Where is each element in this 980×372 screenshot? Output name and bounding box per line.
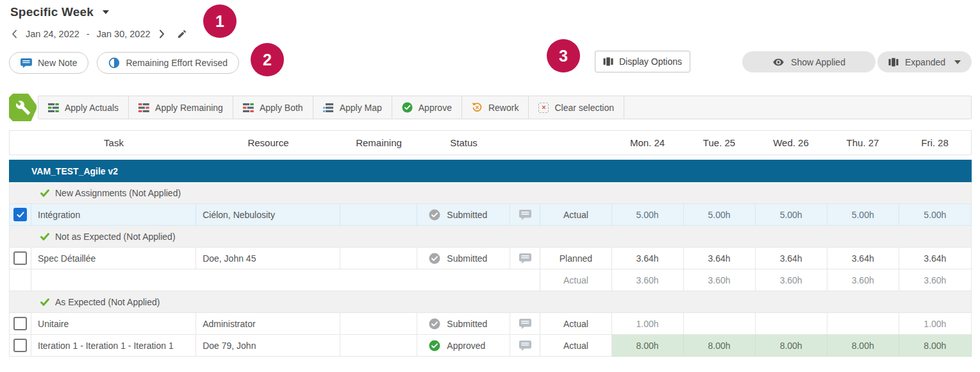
- checkbox-cell: [10, 335, 31, 357]
- actions-tool-badge: [9, 94, 37, 121]
- check-icon: [17, 212, 24, 218]
- row-checkbox[interactable]: [13, 339, 27, 352]
- note-button[interactable]: [510, 313, 540, 335]
- expanded-label: Expanded: [905, 57, 945, 67]
- clear-selection-icon: ×: [538, 103, 549, 113]
- remaining-effort-revised-button[interactable]: Remaining Effort Revised: [97, 52, 238, 74]
- annotation-badge-2: 2: [251, 43, 284, 76]
- approve-label: Approve: [419, 103, 452, 113]
- column-header-day: Wed. 26: [755, 131, 827, 155]
- apply-both-button[interactable]: Apply Both: [233, 96, 313, 119]
- column-header-status: Status: [417, 131, 510, 155]
- hours-cell: 3.60h: [827, 269, 899, 291]
- half-circle-icon: [108, 57, 120, 69]
- remaining-value: [340, 335, 417, 357]
- previous-week-button[interactable]: [10, 28, 19, 40]
- hours-cell: 5.00h: [755, 204, 827, 226]
- section-label: Not as Expected (Not Applied): [55, 232, 176, 242]
- hours-cell: 5.00h: [827, 204, 899, 226]
- date-range-start: Jan 24, 2022: [26, 29, 79, 39]
- columns-icon: [888, 58, 899, 67]
- wrench-icon: [15, 100, 31, 115]
- entry-type: Actual: [540, 313, 611, 335]
- columns-icon: [603, 57, 613, 66]
- table-row: Iteration 1 - Iteration 1 - Iteration 1 …: [10, 335, 972, 357]
- hours-cell: 3.64h: [827, 248, 899, 269]
- note-icon: [21, 58, 32, 68]
- note-icon: [519, 253, 531, 264]
- column-header-day: Tue. 25: [683, 131, 755, 155]
- table-row: Intégration Ciélon, Nebulosity Submitted…: [10, 204, 972, 226]
- note-actions: New Note Remaining Effort Revised: [9, 52, 239, 74]
- section-label: As Expected (Not Applied): [55, 297, 160, 307]
- hours-cell: 3.60h: [899, 269, 971, 291]
- table-row: Actual 3.60h 3.60h 3.60h 3.60h 3.60h: [10, 269, 972, 291]
- hours-cell: 3.64h: [683, 248, 755, 269]
- rework-button[interactable]: Rework: [462, 96, 529, 119]
- approve-check-icon: [402, 102, 413, 113]
- hours-cell: 5.00h: [611, 204, 683, 226]
- hours-cell: 8.00h: [827, 335, 899, 357]
- display-options-label: Display Options: [619, 56, 682, 67]
- approve-button[interactable]: Approve: [392, 96, 462, 119]
- project-name: VAM_TEST_Agile v2: [10, 160, 972, 182]
- row-checkbox[interactable]: [13, 208, 27, 221]
- note-button[interactable]: [510, 335, 540, 357]
- hours-cell: 3.64h: [899, 248, 971, 269]
- clear-selection-button[interactable]: × Clear selection: [529, 96, 624, 119]
- empty-span-cell: [31, 269, 540, 291]
- expanded-dropdown[interactable]: Expanded: [877, 51, 972, 72]
- chevron-right-icon: [159, 30, 165, 38]
- next-week-button[interactable]: [158, 28, 166, 40]
- resource-name: Doe 79, John: [196, 335, 340, 357]
- remaining-effort-revised-label: Remaining Effort Revised: [126, 58, 227, 68]
- apply-remaining-button[interactable]: Apply Remaining: [129, 96, 233, 119]
- rework-label: Rework: [488, 103, 519, 113]
- column-header-checkbox: [10, 131, 31, 155]
- task-name: Spec Détaillée: [31, 248, 196, 269]
- hours-cell: 3.60h: [611, 269, 683, 291]
- edit-dates-button[interactable]: [177, 29, 187, 39]
- pencil-icon: [177, 29, 187, 39]
- section-row: As Expected (Not Applied): [10, 291, 972, 313]
- annotation-badge-3: 3: [547, 39, 580, 72]
- apply-map-icon: [323, 103, 334, 112]
- apply-actuals-button[interactable]: Apply Actuals: [38, 96, 129, 119]
- remaining-value: [340, 248, 417, 269]
- green-check-icon: [40, 189, 49, 197]
- date-range-end: Jan 30, 2022: [97, 29, 151, 39]
- status-cell: Submitted: [417, 204, 510, 226]
- hours-cell: 8.00h: [611, 335, 683, 357]
- entry-type: Actual: [540, 204, 611, 226]
- date-range-separator: -: [87, 29, 90, 39]
- note-button[interactable]: [510, 204, 540, 226]
- submitted-status-icon: [429, 209, 440, 221]
- note-icon: [519, 319, 531, 329]
- table-row: Spec Détaillée Doe, John 45 Submitted Pl…: [10, 248, 972, 269]
- project-row: VAM_TEST_Agile v2: [10, 160, 972, 182]
- column-header-resource: Resource: [196, 131, 340, 155]
- date-navigation: Jan 24, 2022 - Jan 30, 2022: [10, 28, 187, 40]
- note-button[interactable]: [510, 248, 540, 269]
- show-applied-toggle[interactable]: Show Applied: [742, 51, 876, 72]
- table-row: Unitaire Administrator Submitted Actual …: [10, 313, 972, 335]
- new-note-button[interactable]: New Note: [9, 52, 88, 74]
- apply-map-button[interactable]: Apply Map: [313, 96, 392, 119]
- chevron-left-icon: [12, 30, 17, 38]
- row-checkbox[interactable]: [13, 317, 27, 330]
- section-label: New Assignments (Not Applied): [55, 188, 181, 198]
- approved-status-icon: [429, 340, 440, 351]
- hours-cell: 5.00h: [899, 204, 971, 226]
- section-row: Not as Expected (Not Applied): [10, 226, 972, 248]
- row-checkbox[interactable]: [13, 251, 27, 265]
- apply-both-label: Apply Both: [260, 103, 303, 113]
- week-view-selector[interactable]: Specific Week: [10, 5, 109, 19]
- column-header-day: Mon. 24: [611, 131, 683, 155]
- hours-cell: 8.00h: [899, 335, 971, 357]
- entry-type: Actual: [540, 335, 611, 357]
- remaining-value: [340, 204, 417, 226]
- checkbox-cell: [10, 269, 31, 291]
- chevron-down-icon: [954, 60, 961, 64]
- column-header-remaining: Remaining: [340, 131, 417, 155]
- display-options-button[interactable]: Display Options: [595, 51, 690, 72]
